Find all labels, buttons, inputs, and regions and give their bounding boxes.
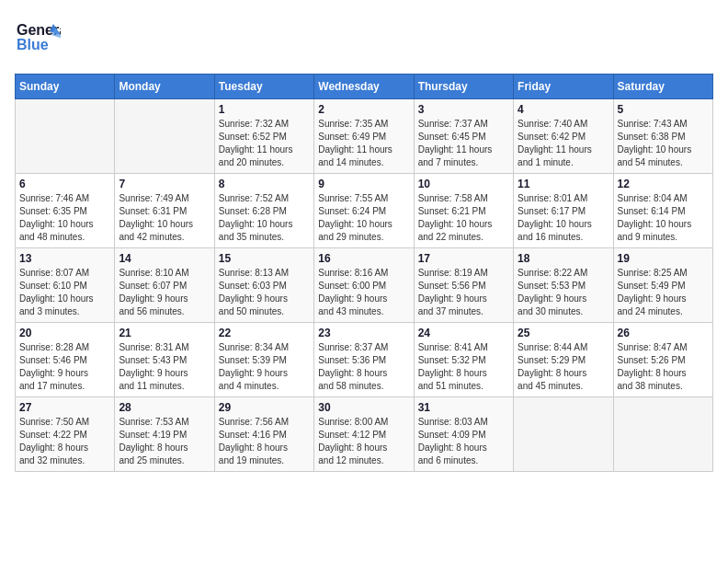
day-number: 16 — [318, 252, 409, 265]
day-number: 21 — [119, 327, 210, 339]
calendar-day-cell — [16, 99, 115, 174]
day-number: 18 — [518, 252, 609, 265]
day-number: 3 — [418, 103, 509, 116]
day-info: Sunrise: 8:47 AM Sunset: 5:26 PM Dayligh… — [618, 341, 709, 393]
calendar-day-cell: 25Sunrise: 8:44 AM Sunset: 5:29 PM Dayli… — [514, 323, 613, 397]
day-number: 9 — [318, 178, 409, 190]
calendar-day-cell: 30Sunrise: 8:00 AM Sunset: 4:12 PM Dayli… — [314, 397, 414, 472]
day-info: Sunrise: 7:50 AM Sunset: 4:22 PM Dayligh… — [19, 416, 110, 467]
day-info: Sunrise: 8:41 AM Sunset: 5:32 PM Dayligh… — [418, 341, 509, 393]
day-info: Sunrise: 8:03 AM Sunset: 4:09 PM Dayligh… — [418, 416, 509, 467]
day-number: 14 — [119, 252, 210, 265]
calendar-day-cell: 17Sunrise: 8:19 AM Sunset: 5:56 PM Dayli… — [414, 248, 513, 323]
calendar-day-cell: 27Sunrise: 7:50 AM Sunset: 4:22 PM Dayli… — [16, 397, 115, 472]
svg-text:Blue: Blue — [17, 37, 49, 52]
calendar-day-cell: 11Sunrise: 8:01 AM Sunset: 6:17 PM Dayli… — [514, 174, 613, 248]
day-number: 13 — [19, 252, 110, 265]
day-number: 6 — [19, 178, 110, 190]
weekday-header: Thursday — [414, 75, 513, 99]
calendar-day-cell: 23Sunrise: 8:37 AM Sunset: 5:36 PM Dayli… — [314, 323, 414, 397]
calendar-day-cell: 19Sunrise: 8:25 AM Sunset: 5:49 PM Dayli… — [613, 248, 712, 323]
calendar-day-cell: 8Sunrise: 7:52 AM Sunset: 6:28 PM Daylig… — [214, 174, 313, 248]
day-number: 10 — [418, 178, 509, 190]
page-header: General Blue — [15, 15, 713, 64]
logo: General Blue — [15, 15, 61, 64]
day-info: Sunrise: 7:35 AM Sunset: 6:49 PM Dayligh… — [318, 118, 409, 169]
day-info: Sunrise: 7:40 AM Sunset: 6:42 PM Dayligh… — [518, 118, 609, 169]
weekday-header: Monday — [115, 75, 214, 99]
calendar-day-cell: 9Sunrise: 7:55 AM Sunset: 6:24 PM Daylig… — [314, 174, 414, 248]
day-info: Sunrise: 8:10 AM Sunset: 6:07 PM Dayligh… — [119, 267, 210, 318]
day-number: 24 — [418, 327, 509, 339]
calendar-day-cell: 29Sunrise: 7:56 AM Sunset: 4:16 PM Dayli… — [214, 397, 313, 472]
day-info: Sunrise: 7:58 AM Sunset: 6:21 PM Dayligh… — [418, 192, 509, 244]
weekday-header: Wednesday — [314, 75, 414, 99]
day-info: Sunrise: 8:37 AM Sunset: 5:36 PM Dayligh… — [318, 341, 409, 393]
calendar-week-row: 20Sunrise: 8:28 AM Sunset: 5:46 PM Dayli… — [16, 323, 713, 397]
day-number: 11 — [518, 178, 609, 190]
calendar-day-cell: 14Sunrise: 8:10 AM Sunset: 6:07 PM Dayli… — [115, 248, 214, 323]
day-number: 15 — [219, 252, 310, 265]
day-info: Sunrise: 8:07 AM Sunset: 6:10 PM Dayligh… — [19, 267, 110, 318]
day-number: 5 — [618, 103, 709, 116]
day-info: Sunrise: 8:19 AM Sunset: 5:56 PM Dayligh… — [418, 267, 509, 318]
day-info: Sunrise: 7:55 AM Sunset: 6:24 PM Dayligh… — [318, 192, 409, 244]
weekday-header: Friday — [514, 75, 613, 99]
day-number: 1 — [219, 103, 310, 116]
calendar-day-cell: 4Sunrise: 7:40 AM Sunset: 6:42 PM Daylig… — [514, 99, 613, 174]
day-info: Sunrise: 7:32 AM Sunset: 6:52 PM Dayligh… — [219, 118, 310, 169]
day-info: Sunrise: 8:16 AM Sunset: 6:00 PM Dayligh… — [318, 267, 409, 318]
day-number: 29 — [219, 401, 310, 414]
day-number: 25 — [518, 327, 609, 339]
day-info: Sunrise: 7:52 AM Sunset: 6:28 PM Dayligh… — [219, 192, 310, 244]
day-info: Sunrise: 7:49 AM Sunset: 6:31 PM Dayligh… — [119, 192, 210, 244]
logo-icon: General Blue — [15, 15, 61, 64]
day-number: 30 — [318, 401, 409, 414]
day-number: 27 — [19, 401, 110, 414]
day-number: 8 — [219, 178, 310, 190]
calendar-header-row: SundayMondayTuesdayWednesdayThursdayFrid… — [16, 75, 713, 99]
day-number: 22 — [219, 327, 310, 339]
calendar-week-row: 13Sunrise: 8:07 AM Sunset: 6:10 PM Dayli… — [16, 248, 713, 323]
day-number: 28 — [119, 401, 210, 414]
calendar-day-cell: 5Sunrise: 7:43 AM Sunset: 6:38 PM Daylig… — [613, 99, 712, 174]
calendar-day-cell: 10Sunrise: 7:58 AM Sunset: 6:21 PM Dayli… — [414, 174, 513, 248]
calendar-day-cell — [115, 99, 214, 174]
calendar-day-cell: 2Sunrise: 7:35 AM Sunset: 6:49 PM Daylig… — [314, 99, 414, 174]
day-number: 2 — [318, 103, 409, 116]
day-info: Sunrise: 8:44 AM Sunset: 5:29 PM Dayligh… — [518, 341, 609, 393]
day-info: Sunrise: 7:43 AM Sunset: 6:38 PM Dayligh… — [618, 118, 709, 169]
calendar-day-cell: 20Sunrise: 8:28 AM Sunset: 5:46 PM Dayli… — [16, 323, 115, 397]
calendar-day-cell: 13Sunrise: 8:07 AM Sunset: 6:10 PM Dayli… — [16, 248, 115, 323]
day-number: 17 — [418, 252, 509, 265]
calendar-day-cell: 26Sunrise: 8:47 AM Sunset: 5:26 PM Dayli… — [613, 323, 712, 397]
day-info: Sunrise: 7:37 AM Sunset: 6:45 PM Dayligh… — [418, 118, 509, 169]
calendar-day-cell: 3Sunrise: 7:37 AM Sunset: 6:45 PM Daylig… — [414, 99, 513, 174]
calendar-table: SundayMondayTuesdayWednesdayThursdayFrid… — [15, 74, 713, 472]
calendar-week-row: 6Sunrise: 7:46 AM Sunset: 6:35 PM Daylig… — [16, 174, 713, 248]
day-number: 23 — [318, 327, 409, 339]
day-info: Sunrise: 8:01 AM Sunset: 6:17 PM Dayligh… — [518, 192, 609, 244]
calendar-day-cell: 21Sunrise: 8:31 AM Sunset: 5:43 PM Dayli… — [115, 323, 214, 397]
day-number: 12 — [618, 178, 709, 190]
calendar-week-row: 1Sunrise: 7:32 AM Sunset: 6:52 PM Daylig… — [16, 99, 713, 174]
day-number: 20 — [19, 327, 110, 339]
day-info: Sunrise: 7:46 AM Sunset: 6:35 PM Dayligh… — [19, 192, 110, 244]
calendar-day-cell: 24Sunrise: 8:41 AM Sunset: 5:32 PM Dayli… — [414, 323, 513, 397]
day-info: Sunrise: 8:25 AM Sunset: 5:49 PM Dayligh… — [618, 267, 709, 318]
day-number: 19 — [618, 252, 709, 265]
day-info: Sunrise: 8:22 AM Sunset: 5:53 PM Dayligh… — [518, 267, 609, 318]
calendar-day-cell: 28Sunrise: 7:53 AM Sunset: 4:19 PM Dayli… — [115, 397, 214, 472]
calendar-day-cell: 1Sunrise: 7:32 AM Sunset: 6:52 PM Daylig… — [214, 99, 313, 174]
day-number: 26 — [618, 327, 709, 339]
calendar-day-cell: 18Sunrise: 8:22 AM Sunset: 5:53 PM Dayli… — [514, 248, 613, 323]
weekday-header: Tuesday — [214, 75, 313, 99]
day-number: 31 — [418, 401, 509, 414]
day-info: Sunrise: 8:28 AM Sunset: 5:46 PM Dayligh… — [19, 341, 110, 393]
day-number: 4 — [518, 103, 609, 116]
calendar-day-cell: 16Sunrise: 8:16 AM Sunset: 6:00 PM Dayli… — [314, 248, 414, 323]
day-info: Sunrise: 7:56 AM Sunset: 4:16 PM Dayligh… — [219, 416, 310, 467]
calendar-day-cell: 31Sunrise: 8:03 AM Sunset: 4:09 PM Dayli… — [414, 397, 513, 472]
day-info: Sunrise: 8:04 AM Sunset: 6:14 PM Dayligh… — [618, 192, 709, 244]
weekday-header: Saturday — [613, 75, 712, 99]
